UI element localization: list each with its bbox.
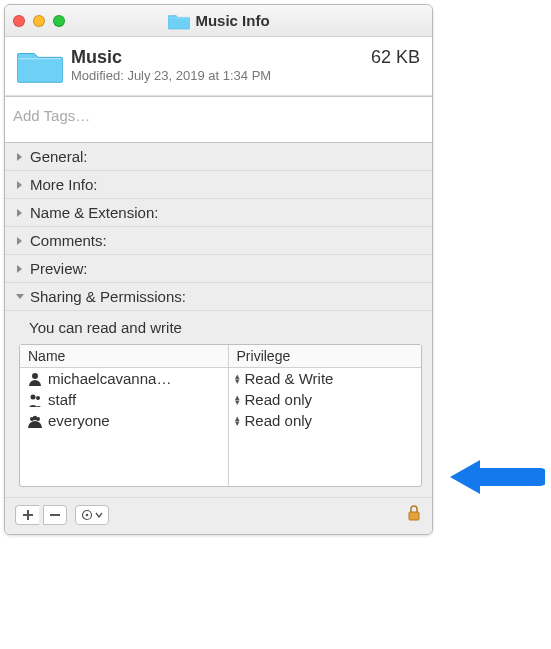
section-label: Preview: <box>30 260 88 277</box>
svg-point-2 <box>36 396 40 400</box>
privilege-select[interactable]: ▴▾ Read only <box>229 389 421 410</box>
minimize-icon[interactable] <box>33 15 45 27</box>
section-sharing-permissions[interactable]: Sharing & Permissions: <box>5 283 432 311</box>
section-more-info[interactable]: More Info: <box>5 171 432 199</box>
privilege-select[interactable]: ▴▾ Read & Write <box>229 368 421 389</box>
item-name: Music <box>71 47 371 69</box>
modified-line: Modified: July 23, 2019 at 1:34 PM <box>71 68 371 83</box>
stepper-icon: ▴▾ <box>233 395 243 405</box>
modified-label: Modified: <box>71 68 124 83</box>
window-title-text: Music Info <box>195 12 269 29</box>
column-privilege-header[interactable]: Privilege <box>229 345 421 367</box>
user-name: michaelcavanna… <box>48 370 171 387</box>
gear-dots-icon <box>81 509 93 521</box>
zoom-icon[interactable] <box>53 15 65 27</box>
remove-button[interactable] <box>43 505 67 525</box>
titlebar: Music Info <box>5 5 432 37</box>
column-name-header[interactable]: Name <box>20 345 229 367</box>
stepper-icon: ▴▾ <box>233 374 243 384</box>
folder-icon <box>167 12 189 30</box>
window-controls <box>13 15 65 27</box>
chevron-right-icon <box>15 208 25 218</box>
chevron-down-icon <box>15 292 25 302</box>
window-title: Music Info <box>167 12 269 30</box>
user-icon <box>28 372 42 386</box>
permissions-table: Name Privilege michaelcavanna… <box>19 344 422 487</box>
users-group-icon <box>28 414 42 428</box>
svg-point-5 <box>36 417 40 421</box>
svg-rect-9 <box>409 512 419 520</box>
item-size: 62 KB <box>371 45 420 68</box>
chevron-right-icon <box>15 152 25 162</box>
callout-arrow-icon <box>445 452 545 502</box>
section-label: More Info: <box>30 176 98 193</box>
section-comments[interactable]: Comments: <box>5 227 432 255</box>
privilege-value: Read only <box>245 412 313 429</box>
section-label: Comments: <box>30 232 107 249</box>
svg-point-1 <box>31 394 36 399</box>
chevron-down-icon <box>95 512 103 518</box>
svg-point-0 <box>32 373 38 379</box>
privilege-value: Read & Write <box>245 370 334 387</box>
stepper-icon: ▴▾ <box>233 416 243 426</box>
permission-note: You can read and write <box>19 315 422 344</box>
modified-value: July 23, 2019 at 1:34 PM <box>127 68 271 83</box>
add-button[interactable] <box>15 505 39 525</box>
section-preview[interactable]: Preview: <box>5 255 432 283</box>
table-row[interactable]: staff <box>20 389 228 410</box>
users-pair-icon <box>28 393 42 407</box>
close-icon[interactable] <box>13 15 25 27</box>
lock-icon[interactable] <box>406 504 422 526</box>
sharing-permissions-panel: You can read and write Name Privilege mi… <box>5 311 432 497</box>
user-name: everyone <box>48 412 110 429</box>
section-label: Sharing & Permissions: <box>30 288 186 305</box>
privilege-value: Read only <box>245 391 313 408</box>
privilege-select[interactable]: ▴▾ Read only <box>229 410 421 431</box>
table-row[interactable]: everyone <box>20 410 228 431</box>
svg-point-8 <box>86 514 89 517</box>
info-window: Music Info Music Modified: July 23, 2019… <box>4 4 433 535</box>
section-label: General: <box>30 148 88 165</box>
folder-icon <box>17 45 63 85</box>
action-menu-button[interactable] <box>75 505 109 525</box>
chevron-right-icon <box>15 264 25 274</box>
user-name: staff <box>48 391 76 408</box>
chevron-right-icon <box>15 236 25 246</box>
plus-icon <box>22 509 34 521</box>
section-name-extension[interactable]: Name & Extension: <box>5 199 432 227</box>
table-row[interactable]: michaelcavanna… <box>20 368 228 389</box>
section-general[interactable]: General: <box>5 143 432 171</box>
section-label: Name & Extension: <box>30 204 158 221</box>
tags-input[interactable]: Add Tags… <box>5 96 432 143</box>
minus-icon <box>49 509 61 521</box>
svg-rect-6 <box>50 514 60 516</box>
header: Music Modified: July 23, 2019 at 1:34 PM… <box>5 37 432 96</box>
chevron-right-icon <box>15 180 25 190</box>
permissions-toolbar <box>5 497 432 534</box>
